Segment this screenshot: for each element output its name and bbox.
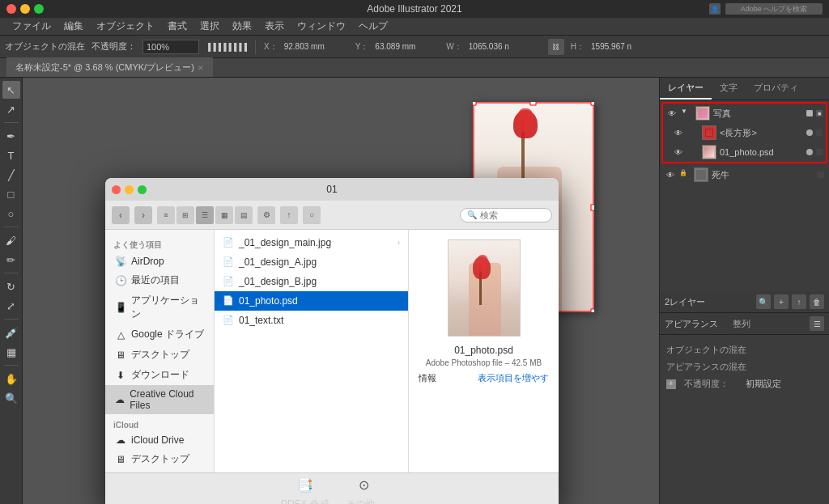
rotate-tool[interactable]: ↻ (2, 277, 20, 295)
layer-row-rect[interactable]: 👁 <長方形> (663, 123, 826, 142)
move-layer-button[interactable]: ↑ (792, 294, 806, 309)
fp-close-button[interactable] (112, 185, 121, 194)
layer-visibility-dead[interactable]: 👁 (665, 169, 676, 180)
gradient-tool[interactable]: ▦ (2, 343, 20, 361)
fp-tag-button[interactable]: ○ (303, 206, 321, 224)
layer-row-psd[interactable]: 👁 01_photo.psd (663, 142, 826, 162)
fp-more-button[interactable]: ⊙ その他... (346, 476, 383, 505)
menu-view[interactable]: 表示 (259, 18, 290, 35)
fp-share-button[interactable]: ↑ (280, 206, 298, 224)
fp-file-design-b[interactable]: 📄 _01_design_B.jpg (215, 272, 408, 291)
fp-view-list[interactable]: ≡ (157, 206, 175, 224)
menu-file[interactable]: ファイル (6, 18, 57, 35)
direct-selection-tool[interactable]: ↗ (2, 100, 20, 118)
tab-label: 名称未設定-5* @ 3.68 % (CMYK/プレビュー) (15, 61, 194, 74)
fp-sidebar-recents[interactable]: 🕒 最近の項目 (105, 270, 214, 290)
layer-visibility-psd[interactable]: 👁 (673, 146, 684, 158)
pen-tool[interactable]: ✒ (2, 127, 20, 145)
minimize-button[interactable] (20, 4, 30, 14)
fp-settings-button[interactable]: ⚙ (257, 206, 275, 224)
fp-icloud-drive[interactable]: ☁ iCloud Drive (105, 431, 214, 449)
tab-type[interactable]: 文字 (712, 78, 746, 100)
fp-icloud-desktop[interactable]: 🖥 デスクトップ (105, 449, 214, 469)
layer-row-photo-group[interactable]: 👁 ▼ 写真 ◎ ■ (663, 104, 826, 123)
tab-properties[interactable]: プロパティ (746, 78, 806, 100)
pdf-icon: 📑 (295, 476, 315, 495)
layer-options-psd[interactable] (806, 149, 813, 155)
fp-info-more-button[interactable]: 表示項目を増やす (478, 372, 549, 384)
fp-file-text[interactable]: 📄 01_text.txt (215, 311, 408, 330)
fp-file-design-main-name: _01_design_main.jpg (239, 237, 331, 248)
line-tool[interactable]: ╱ (2, 166, 20, 184)
fp-search-input[interactable] (480, 210, 545, 220)
fp-back-button[interactable]: ‹ (112, 206, 130, 224)
maximize-button[interactable] (34, 4, 44, 14)
zoom-tool[interactable]: 🔍 (2, 389, 20, 407)
layer-expand-arrow[interactable]: ▼ (681, 108, 692, 119)
menu-select[interactable]: 選択 (194, 18, 225, 35)
menu-type[interactable]: 書式 (162, 18, 193, 35)
eyedropper-tool[interactable]: 💉 (2, 324, 20, 341)
layer-visibility-photo[interactable]: 👁 (666, 108, 678, 119)
h-value: 1595.967 n (591, 42, 664, 51)
menu-window[interactable]: ウィンドウ (291, 18, 351, 35)
close-button[interactable] (6, 4, 16, 14)
fp-icloud-docs[interactable]: 📄 書類 (105, 469, 214, 472)
layer-row-dead[interactable]: 👁 🔒 死牛 (661, 165, 827, 184)
app-title: Adobe Illustrator 2021 (367, 3, 461, 15)
fp-file-design-main[interactable]: 📄 _01_design_main.jpg › (215, 233, 408, 252)
fp-sidebar-desktop[interactable]: 🖥 デスクトップ (105, 345, 214, 365)
left-toolbar: ↖ ↗ ✒ T ╱ □ ○ 🖌 ✏ ↻ ⤢ 💉 ▦ ✋ 🔍 (0, 78, 23, 504)
fp-search-box[interactable]: 🔍 (460, 208, 552, 222)
opacity-vis-icon[interactable]: 👁 (666, 379, 676, 389)
layer-options-dead[interactable] (818, 172, 824, 178)
fp-view-columns[interactable]: ☰ (196, 206, 214, 224)
delete-layer-button[interactable]: 🗑 (810, 294, 824, 309)
fp-file-design-a[interactable]: 📄 _01_design_A.jpg (215, 252, 408, 272)
fp-view-icons[interactable]: ⊞ (176, 206, 194, 224)
fp-create-pdf-button[interactable]: 📑 PDFを作成 (281, 476, 329, 505)
fp-sidebar-apps[interactable]: 📱 アプリケーション (105, 290, 214, 324)
fp-sidebar-gdrive[interactable]: △ Google ドライブ (105, 324, 214, 345)
user-icon[interactable]: 👤 (709, 3, 721, 15)
document-tab[interactable]: 名称未設定-5* @ 3.68 % (CMYK/プレビュー) ✕ (6, 57, 213, 77)
link-icon[interactable]: ⛓ (548, 39, 564, 55)
layer-visibility-rect[interactable]: 👁 (673, 127, 684, 138)
layer-thumb-rect (702, 125, 716, 140)
appearances-header: アピアランス 整列 ☰ (660, 313, 829, 335)
search-box[interactable]: Adobe へルプを検索 (725, 3, 823, 15)
ellipse-tool[interactable]: ○ (2, 205, 20, 222)
fp-sidebar-ccfiles[interactable]: ☁ Creative Cloud Files (105, 385, 214, 414)
fp-sidebar-downloads[interactable]: ⬇ ダウンロード (105, 365, 214, 385)
selection-tool[interactable]: ↖ (2, 81, 20, 99)
fp-forward-button[interactable]: › (134, 206, 152, 224)
fp-view-settings[interactable]: ▤ (235, 206, 253, 224)
add-layer-button[interactable]: + (774, 294, 789, 309)
hand-tool[interactable]: ✋ (2, 370, 20, 388)
layer-lock-rect[interactable] (816, 129, 823, 136)
layer-options-photo[interactable]: ◎ (806, 110, 813, 116)
fp-file-photo-psd[interactable]: 📄 01_photo.psd (215, 291, 408, 311)
layer-options-rect[interactable] (806, 129, 813, 136)
fp-minimize-button[interactable] (125, 185, 134, 194)
scale-tool[interactable]: ⤢ (2, 297, 20, 315)
menu-help[interactable]: ヘルプ (353, 18, 393, 35)
appearances-menu[interactable]: ☰ (810, 316, 824, 331)
fp-maximize-button[interactable] (138, 185, 147, 194)
type-tool[interactable]: T (2, 146, 20, 164)
tab-layers[interactable]: レイヤー (660, 78, 712, 100)
pencil-tool[interactable]: ✏ (2, 251, 20, 269)
tab-close-button[interactable]: ✕ (198, 64, 204, 72)
menu-effect[interactable]: 効果 (227, 18, 257, 35)
search-layers-button[interactable]: 🔍 (756, 294, 771, 309)
menu-edit[interactable]: 編集 (58, 18, 89, 35)
layer-lock-photo[interactable]: ■ (816, 110, 823, 116)
fp-sidebar-airdrop[interactable]: 📡 AirDrop (105, 252, 214, 270)
rect-tool[interactable]: □ (2, 185, 20, 203)
menu-object[interactable]: オブジェクト (91, 18, 160, 35)
opacity-input[interactable] (142, 40, 199, 54)
layer-lock-psd[interactable] (816, 149, 823, 155)
fp-view-gallery[interactable]: ▦ (215, 206, 233, 224)
divider1 (255, 40, 256, 54)
paintbrush-tool[interactable]: 🖌 (2, 231, 20, 249)
